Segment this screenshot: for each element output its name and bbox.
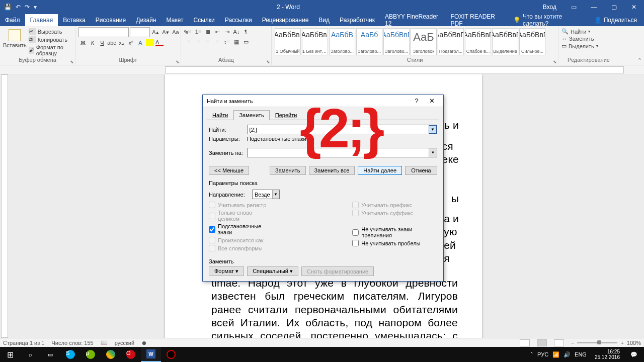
sort-icon[interactable]: A↓ [232,27,241,36]
copy-button[interactable]: ⧉Копировать [29,36,72,43]
tray-keyboard[interactable]: ENG [575,351,587,357]
font-name-combo[interactable] [78,27,129,37]
font-size-combo[interactable] [130,27,150,37]
style-item[interactable]: АаБбВвГВыделение [492,28,518,55]
horizontal-ruler[interactable] [165,66,624,73]
tell-me[interactable]: 💡Что вы хотите сделать? [508,14,587,26]
style-item[interactable]: АаБбВЗаголово... [329,28,355,55]
status-lang[interactable]: русский [115,340,134,346]
status-words[interactable]: Число слов: 155 [51,340,93,346]
notifications-icon[interactable]: 💬 [624,347,644,362]
chk-sounds[interactable]: Произносится как [209,237,272,243]
tab-draw[interactable]: Рисование [91,14,131,26]
tray-lang[interactable]: РУС [537,351,548,357]
taskbar-record[interactable] [161,347,181,362]
tab-file[interactable]: Файл [0,14,25,26]
less-button[interactable]: << Меньше [209,166,249,175]
cut-button[interactable]: ✂Вырезать [29,28,72,35]
chevron-down-icon[interactable]: ▼ [272,190,279,199]
direction-select[interactable]: Везде▼ [252,190,280,199]
change-case-icon[interactable]: Aa [171,28,180,37]
underline-button[interactable]: Ч [98,38,107,47]
status-macro-icon[interactable]: ⏺ [141,340,147,346]
tab-abbyy[interactable]: ABBYY FineReader 12 [380,14,446,26]
dialog-tab-find[interactable]: Найти [207,110,233,120]
vertical-ruler[interactable] [1,74,8,338]
show-marks-icon[interactable]: ¶ [242,27,251,36]
style-item[interactable]: АаБбВвГгПодзагол... [438,28,464,55]
chk-suffix[interactable]: Учитывать суффикс [352,210,437,216]
bullets-icon[interactable]: •≡ [184,27,193,36]
styles-launcher-icon[interactable]: ⬊ [553,59,557,64]
style-item[interactable]: АаБбВвI1 Обычный [275,28,301,55]
chevron-down-icon[interactable]: ▼ [429,148,437,157]
login-button[interactable]: Вход [536,4,564,11]
format-painter-button[interactable]: 🖌Формат по образцу [29,44,72,56]
minimize-icon[interactable]: — [584,0,604,14]
select-button[interactable]: ▭Выделить ▾ [561,43,598,49]
style-item[interactable]: АаБЗаголовок [411,28,437,55]
start-button[interactable]: ⊞ [0,347,20,362]
dialog-tab-goto[interactable]: Перейти [270,110,303,120]
tray-clock[interactable]: 16:25 25.12.2016 [591,349,624,360]
tab-review[interactable]: Рецензирование [257,14,314,26]
highlight-icon[interactable] [145,38,154,47]
chk-punct[interactable]: Не учитывать знаки препинания [352,226,437,238]
replace-all-button[interactable]: Заменить все [309,166,355,175]
italic-button[interactable]: К [88,38,97,47]
paragraph-launcher-icon[interactable]: ⬊ [266,59,270,64]
chk-case[interactable]: Учитывать регистр [209,202,272,208]
shading-icon[interactable]: ▦ [232,37,241,46]
chk-space[interactable]: Не учитывать пробелы [352,240,437,246]
search-icon[interactable]: ⌕ [20,347,40,362]
tab-mailings[interactable]: Рассылки [220,14,257,26]
tab-view[interactable]: Вид [313,14,335,26]
dialog-help-icon[interactable]: ? [409,97,424,105]
paste-button[interactable]: Вставить [3,27,27,48]
status-proofing-icon[interactable]: 📖 [101,339,108,346]
replace-one-button[interactable]: Заменить [270,166,305,175]
style-item[interactable]: АаБбВвГЗаголово... [383,28,410,55]
style-item[interactable]: АаБбЗаголово... [356,28,382,55]
tab-design[interactable]: Дизайн [131,14,161,26]
align-right-icon[interactable]: ≡ [203,37,212,46]
zoom-level[interactable]: 100% [627,340,641,346]
replace-button[interactable]: ↔Заменить [561,36,598,42]
ribbon-options-icon[interactable]: ▭ [564,0,584,14]
style-item[interactable]: АаБбВвI1 Без инте... [302,28,328,55]
chk-whole[interactable]: Только слово целиком [209,210,272,222]
tray-network-icon[interactable]: 📶 [552,351,559,358]
tab-insert[interactable]: Вставка [58,14,91,26]
dialog-tab-replace[interactable]: Заменить [233,110,269,120]
taskbar-word[interactable]: W [141,347,161,362]
task-view-icon[interactable]: ▭ [40,347,60,362]
find-next-button[interactable]: Найти далее [358,166,402,175]
grow-font-icon[interactable]: A▴ [151,28,160,37]
dialog-close-icon[interactable]: ✕ [424,97,439,105]
find-button[interactable]: 🔍Найти ▾ [561,28,598,35]
chk-wildcards[interactable]: Подстановочные знаки [209,223,272,235]
style-item[interactable]: АаБбВвГСлабое в... [465,28,491,55]
indent-inc-icon[interactable]: ⇥ [222,27,231,36]
chevron-down-icon[interactable]: ▼ [429,125,437,134]
multilevel-icon[interactable]: ≣ [203,27,212,36]
chk-prefix[interactable]: Учитывать префикс [352,202,437,208]
borders-icon[interactable]: ▭ [242,37,251,46]
view-read-icon[interactable] [520,339,530,346]
maximize-icon[interactable]: ▢ [604,0,624,14]
align-left-icon[interactable]: ≡ [184,37,193,46]
tray-volume-icon[interactable]: 🔊 [564,351,571,358]
strike-button[interactable]: abc [107,38,116,47]
collapse-ribbon-icon[interactable]: ⌃ [637,57,642,64]
taskbar-chrome[interactable] [101,347,121,362]
close-icon[interactable]: ✕ [624,0,644,14]
format-button[interactable]: Формат ▾ [209,266,244,276]
indent-dec-icon[interactable]: ⇤ [213,27,222,36]
superscript-button[interactable]: x² [126,38,135,47]
clipboard-launcher-icon[interactable]: ⬊ [70,59,74,64]
taskbar-opera[interactable]: O [121,347,141,362]
cancel-button[interactable]: Отмена [405,166,437,175]
font-launcher-icon[interactable]: ⬊ [176,59,180,64]
justify-icon[interactable]: ≡ [213,37,222,46]
view-print-icon[interactable] [537,339,547,346]
